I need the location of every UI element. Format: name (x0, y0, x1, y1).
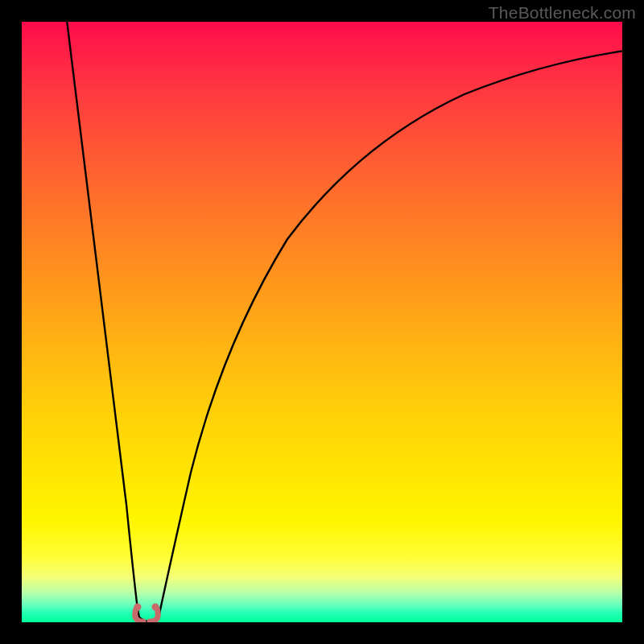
plot-area (22, 22, 622, 622)
bottleneck-curve-svg (22, 22, 622, 622)
chart-frame: TheBottleneck.com (0, 0, 644, 644)
min-marker-group (134, 604, 159, 622)
min-marker-dot-right (152, 604, 159, 611)
min-marker-dot-left (134, 604, 142, 611)
curve-right-branch (159, 50, 622, 617)
watermark-text: TheBottleneck.com (489, 3, 636, 23)
curve-left-branch (66, 22, 139, 617)
